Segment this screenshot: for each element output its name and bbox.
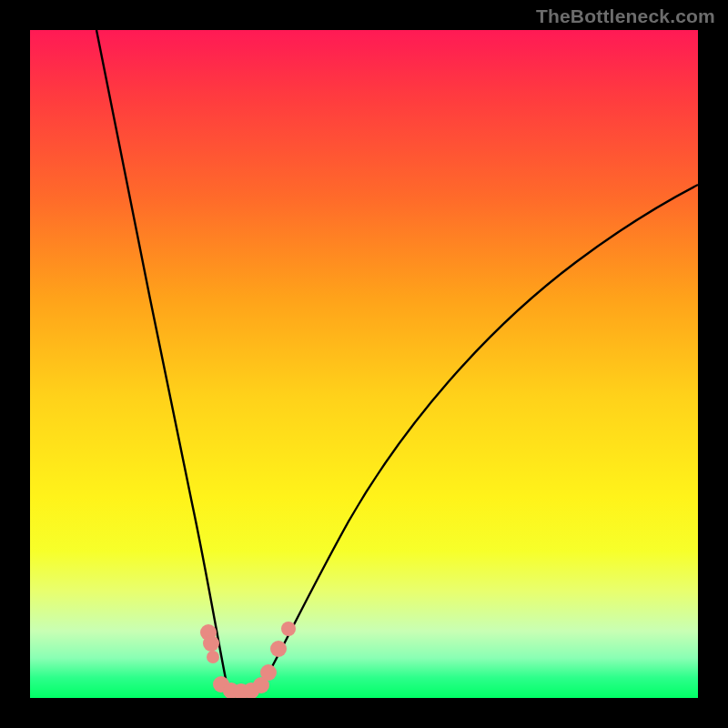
svg-point-1 [203,635,219,652]
svg-point-2 [207,651,219,663]
curve-layer [30,30,698,698]
svg-point-8 [260,664,277,681]
left-curve [96,30,228,693]
svg-point-9 [270,641,287,657]
right-curve [258,185,698,693]
svg-point-10 [281,622,296,636]
marker-cluster [200,622,296,698]
plot-area [30,30,698,698]
watermark-text: TheBottleneck.com [536,5,715,27]
chart-frame: TheBottleneck.com [0,0,728,728]
